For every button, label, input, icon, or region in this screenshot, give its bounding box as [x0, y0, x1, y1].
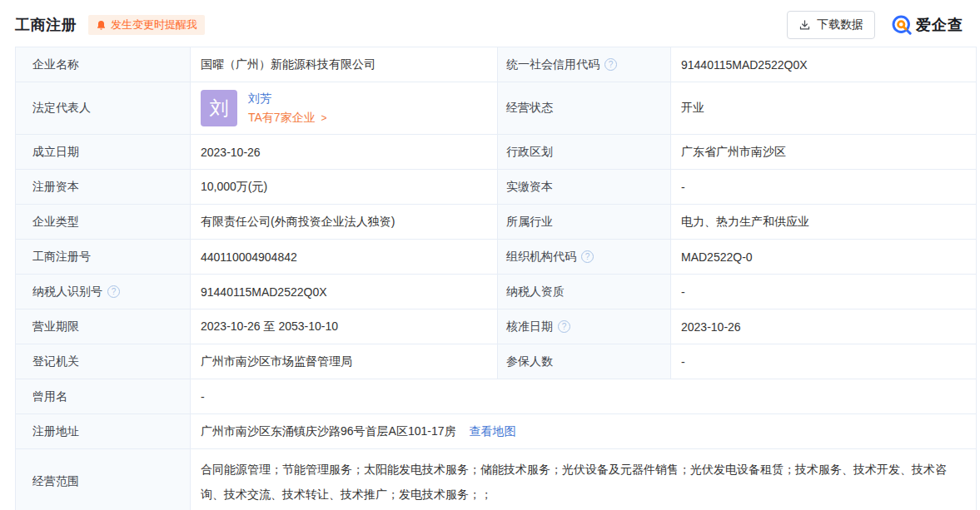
help-icon[interactable]: ?	[581, 250, 594, 263]
value-establishment-date: 2023-10-26	[191, 135, 498, 170]
label-business-scope: 经营范围	[16, 449, 191, 510]
legal-rep-name-link[interactable]: 刘芳	[248, 92, 327, 106]
label-industry: 所属行业	[498, 205, 671, 240]
registration-table: 企业名称 国曜（广州）新能源科技有限公司 统一社会信用代码? 91440115M…	[15, 47, 977, 510]
value-insured-count: -	[671, 344, 977, 379]
registered-address-text: 广州市南沙区东涌镇庆沙路96号首层A区101-17房	[201, 424, 456, 438]
label-registered-capital: 注册资本	[16, 170, 191, 205]
label-approval-date-text: 核准日期	[506, 319, 553, 333]
label-legal-representative: 法定代表人	[16, 82, 191, 135]
label-insured-count: 参保人数	[498, 344, 671, 379]
value-business-scope: 合同能源管理；节能管理服务；太阳能发电技术服务；储能技术服务；光伏设备及元器件销…	[191, 449, 977, 510]
view-map-link[interactable]: 查看地图	[470, 424, 516, 438]
label-registration-authority: 登记机关	[16, 344, 191, 379]
value-former-name: -	[191, 379, 977, 414]
legal-rep-companies-link[interactable]: TA有7家企业 >	[248, 111, 327, 126]
table-row: 登记机关 广州市南沙区市场监督管理局 参保人数 -	[16, 344, 977, 379]
value-registration-authority: 广州市南沙区市场监督管理局	[191, 344, 498, 379]
label-approval-date: 核准日期?	[498, 309, 671, 344]
value-company-type: 有限责任公司(外商投资企业法人独资)	[191, 205, 498, 240]
label-taxpayer-id: 纳税人识别号?	[16, 275, 191, 309]
table-row: 注册地址 广州市南沙区东涌镇庆沙路96号首层A区101-17房查看地图	[16, 414, 977, 449]
table-row: 经营范围 合同能源管理；节能管理服务；太阳能发电技术服务；储能技术服务；光伏设备…	[16, 449, 977, 510]
value-paid-in-capital: -	[671, 170, 977, 205]
download-data-button[interactable]: 下载数据	[787, 11, 875, 39]
download-button-label: 下载数据	[817, 17, 863, 32]
label-business-registration-no: 工商注册号	[16, 240, 191, 275]
aiqicha-logo[interactable]: 爱企查	[892, 15, 963, 35]
page-title: 工商注册	[15, 15, 77, 35]
label-company-name: 企业名称	[16, 47, 191, 82]
aiqicha-logo-icon	[892, 15, 912, 35]
help-icon[interactable]: ?	[558, 320, 570, 333]
value-approval-date: 2023-10-26	[671, 309, 977, 344]
table-row: 法定代表人 刘 刘芳 TA有7家企业 > 经营状态 开业	[16, 82, 977, 135]
brand-name: 爱企查	[916, 15, 963, 35]
value-taxpayer-qualification: -	[671, 275, 977, 309]
label-company-type: 企业类型	[16, 205, 191, 240]
value-legal-representative: 刘 刘芳 TA有7家企业 >	[191, 82, 498, 135]
value-organization-code: MAD2522Q-0	[671, 240, 977, 275]
label-establishment-date: 成立日期	[16, 135, 191, 170]
value-taxpayer-id: 91440115MAD2522Q0X	[191, 275, 498, 309]
value-company-name: 国曜（广州）新能源科技有限公司	[191, 47, 498, 82]
table-row: 企业名称 国曜（广州）新能源科技有限公司 统一社会信用代码? 91440115M…	[16, 47, 977, 82]
label-credit-code: 统一社会信用代码?	[498, 47, 671, 82]
value-registered-capital: 10,000万(元)	[191, 170, 498, 205]
table-row: 成立日期 2023-10-26 行政区划 广东省广州市南沙区	[16, 135, 977, 170]
value-business-term: 2023-10-26 至 2053-10-10	[191, 309, 498, 344]
table-row: 工商注册号 440110004904842 组织机构代码? MAD2522Q-0	[16, 240, 977, 275]
change-alert-badge[interactable]: 发生变更时提醒我	[88, 15, 205, 35]
download-icon	[798, 19, 811, 32]
label-organization-code-text: 组织机构代码	[506, 250, 576, 263]
value-business-registration-no: 440110004904842	[191, 240, 498, 275]
value-registered-address: 广州市南沙区东涌镇庆沙路96号首层A区101-17房查看地图	[191, 414, 977, 449]
value-industry: 电力、热力生产和供应业	[671, 205, 977, 240]
value-business-status: 开业	[671, 82, 977, 135]
label-business-term: 营业期限	[16, 309, 191, 344]
value-credit-code: 91440115MAD2522Q0X	[671, 47, 977, 82]
legal-rep-avatar[interactable]: 刘	[201, 90, 237, 126]
label-administrative-division: 行政区划	[498, 135, 671, 170]
page-header: 工商注册 发生变更时提醒我 下载数据	[0, 0, 980, 47]
label-business-status: 经营状态	[498, 82, 671, 135]
bell-icon	[96, 20, 107, 31]
label-former-name: 曾用名	[16, 379, 191, 414]
value-administrative-division: 广东省广州市南沙区	[671, 135, 977, 170]
label-credit-code-text: 统一社会信用代码	[506, 57, 599, 71]
table-row: 注册资本 10,000万(元) 实缴资本 -	[16, 170, 977, 205]
help-icon[interactable]: ?	[107, 285, 120, 298]
label-paid-in-capital: 实缴资本	[498, 170, 671, 205]
table-row: 企业类型 有限责任公司(外商投资企业法人独资) 所属行业 电力、热力生产和供应业	[16, 205, 977, 240]
label-taxpayer-qualification: 纳税人资质	[498, 275, 671, 309]
help-icon[interactable]: ?	[604, 58, 617, 71]
label-taxpayer-id-text: 纳税人识别号	[32, 285, 102, 298]
alert-badge-label: 发生变更时提醒我	[111, 18, 197, 32]
companies-link-text: TA有7家企业	[248, 111, 316, 124]
table-row: 曾用名 -	[16, 379, 977, 414]
header-actions: 下载数据 爱企查	[787, 11, 963, 39]
label-organization-code: 组织机构代码?	[498, 240, 671, 275]
chevron-right-icon: >	[321, 112, 327, 124]
table-row: 营业期限 2023-10-26 至 2053-10-10 核准日期? 2023-…	[16, 309, 977, 344]
label-registered-address: 注册地址	[16, 414, 191, 449]
table-row: 纳税人识别号? 91440115MAD2522Q0X 纳税人资质 -	[16, 275, 977, 309]
